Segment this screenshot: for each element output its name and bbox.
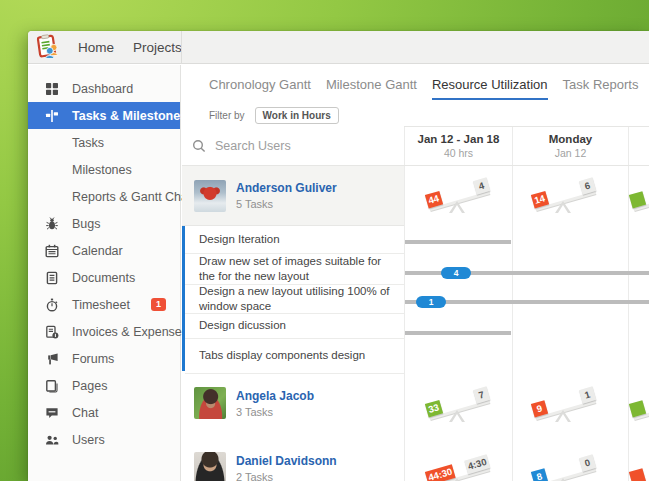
- user-name-link[interactable]: Anderson Guliver: [236, 181, 337, 195]
- seesaw-fulcrum-inner: [452, 414, 462, 422]
- menu-item-home[interactable]: Home: [78, 40, 114, 55]
- zoho-projects-logo-icon[interactable]: [36, 34, 62, 60]
- menu-item-projects[interactable]: Projects: [133, 40, 182, 55]
- sidebar-item-tasks-milestones[interactable]: Tasks & Milestones: [28, 102, 180, 129]
- sidebar-label: Calendar: [72, 244, 123, 258]
- sidebar-item-calendar[interactable]: Calendar: [28, 237, 180, 264]
- gantt-progress-pill: 1: [416, 296, 446, 308]
- workload-seesaw: 44 4: [425, 176, 489, 216]
- sidebar-label: Users: [72, 433, 105, 447]
- task-row[interactable]: Draw new set of images suitable for the …: [185, 254, 404, 285]
- sidebar-label: Tasks & Milestones: [72, 109, 187, 123]
- main-content: Chronology Gantt Milestone Gantt Resourc…: [182, 65, 649, 481]
- task-title: Draw new set of images suitable for the …: [185, 254, 404, 284]
- chat-icon: [45, 405, 60, 420]
- task-title: Tabs display components design: [185, 348, 375, 363]
- tab-task-reports[interactable]: Task Reports: [563, 77, 639, 100]
- sidebar-label: Milestones: [72, 163, 132, 177]
- users-icon: [45, 432, 60, 447]
- topbar: Home Projects: [28, 31, 649, 64]
- workload-seesaw: 9 1: [531, 385, 595, 425]
- timesheet-badge: 1: [151, 298, 166, 311]
- user-name-link[interactable]: Angela Jacob: [236, 389, 314, 403]
- work-in-hours-dropdown[interactable]: Work in Hours: [255, 107, 339, 124]
- workload-seesaw: 14 6: [531, 176, 595, 216]
- sidebar-label: Dashboard: [72, 82, 133, 96]
- user-row-angela[interactable]: Angela Jacob 3 Tasks: [182, 380, 404, 426]
- avatar: [194, 452, 226, 481]
- task-title: Design a new layout utilising 100% of wi…: [185, 284, 404, 314]
- invoices-icon: [45, 324, 60, 339]
- app-window: Home Projects Dashboard Tasks & Mileston…: [28, 31, 649, 481]
- pages-icon: [45, 378, 60, 393]
- sidebar-item-documents[interactable]: Documents: [28, 264, 180, 291]
- sidebar-item-chat[interactable]: Chat: [28, 399, 180, 426]
- workload-seesaw: [629, 453, 649, 481]
- task-row[interactable]: Tabs display components design: [185, 339, 404, 374]
- filter-row: Filter by Work in Hours: [209, 107, 339, 124]
- sidebar: Dashboard Tasks & Milestones Tasks Miles…: [28, 65, 181, 481]
- sidebar-item-dashboard[interactable]: Dashboard: [28, 75, 180, 102]
- gantt-bar: [405, 331, 511, 335]
- sidebar-item-pages[interactable]: Pages: [28, 372, 180, 399]
- sidebar-label: Chat: [72, 406, 98, 420]
- column-header-day: Monday Jan 12: [513, 133, 628, 159]
- sidebar-label: Documents: [72, 271, 135, 285]
- task-row[interactable]: Design Iteration: [185, 226, 404, 254]
- sidebar-label: Invoices & Expenses: [72, 325, 188, 339]
- tab-resource-utilization[interactable]: Resource Utilization: [432, 77, 548, 100]
- bug-icon: [45, 216, 60, 231]
- workload-seesaw: 33 7: [425, 385, 489, 425]
- tab-chronology-gantt[interactable]: Chronology Gantt: [209, 77, 311, 100]
- column-subtitle: Jan 12: [513, 147, 628, 159]
- forums-icon: [45, 351, 60, 366]
- calendar-icon: [45, 243, 60, 258]
- sidebar-item-forums[interactable]: Forums: [28, 345, 180, 372]
- gantt-bar: [405, 240, 511, 244]
- sidebar-label: Tasks: [72, 136, 104, 150]
- task-row[interactable]: Design dicussion: [185, 314, 404, 339]
- search-users-input[interactable]: [215, 139, 385, 153]
- tasks-milestones-icon: [45, 108, 60, 123]
- sidebar-item-timesheet[interactable]: Timesheet 1: [28, 291, 180, 318]
- sidebar-label: Forums: [72, 352, 114, 366]
- filter-by-label: Filter by: [209, 110, 245, 121]
- tab-milestone-gantt[interactable]: Milestone Gantt: [326, 77, 417, 100]
- column-header-week: Jan 12 - Jan 18 40 hrs: [405, 133, 512, 159]
- sidebar-item-tasks[interactable]: Tasks: [28, 129, 180, 156]
- timesheet-icon: [45, 297, 60, 312]
- grid-header-top-line: [404, 126, 649, 127]
- sidebar-item-milestones[interactable]: Milestones: [28, 156, 180, 183]
- sidebar-item-reports-gantt-charts[interactable]: Reports & Gantt Charts: [28, 183, 180, 210]
- user-task-count: 2 Tasks: [236, 471, 337, 481]
- topbar-divider: [181, 31, 182, 64]
- workload-seesaw: [629, 385, 649, 425]
- search-icon: [192, 139, 206, 153]
- avatar: [194, 387, 226, 419]
- seesaw-fulcrum-inner: [558, 205, 568, 213]
- seesaw-fulcrum-inner: [558, 414, 568, 422]
- user-name-link[interactable]: Daniel Davidsonn: [236, 454, 337, 468]
- user-row-daniel[interactable]: Daniel Davidsonn 2 Tasks: [182, 448, 404, 481]
- task-row[interactable]: Design a new layout utilising 100% of wi…: [185, 285, 404, 314]
- task-title: Design Iteration: [185, 232, 290, 247]
- user-task-count: 3 Tasks: [236, 406, 314, 418]
- sidebar-label: Pages: [72, 379, 107, 393]
- sidebar-item-users[interactable]: Users: [28, 426, 180, 453]
- sidebar-item-invoices-expenses[interactable]: Invoices & Expenses: [28, 318, 180, 345]
- user-row-anderson[interactable]: Anderson Guliver 5 Tasks: [182, 166, 404, 226]
- workload-seesaw: 8 0: [531, 453, 595, 481]
- gantt-progress-pill: 4: [441, 267, 471, 279]
- seesaw-fulcrum-inner: [452, 205, 462, 213]
- column-subtitle: 40 hrs: [405, 147, 512, 159]
- view-tabs: Chronology Gantt Milestone Gantt Resourc…: [209, 77, 638, 100]
- desktop-background: Home Projects Dashboard Tasks & Mileston…: [0, 0, 649, 481]
- user-task-count: 5 Tasks: [236, 198, 337, 210]
- dashboard-icon: [45, 81, 60, 96]
- sidebar-label: Bugs: [72, 217, 101, 231]
- sidebar-item-bugs[interactable]: Bugs: [28, 210, 180, 237]
- column-title: Jan 12 - Jan 18: [405, 133, 512, 145]
- workload-seesaw: [629, 176, 649, 216]
- sidebar-label: Timesheet: [72, 298, 130, 312]
- search-cell: [182, 126, 404, 165]
